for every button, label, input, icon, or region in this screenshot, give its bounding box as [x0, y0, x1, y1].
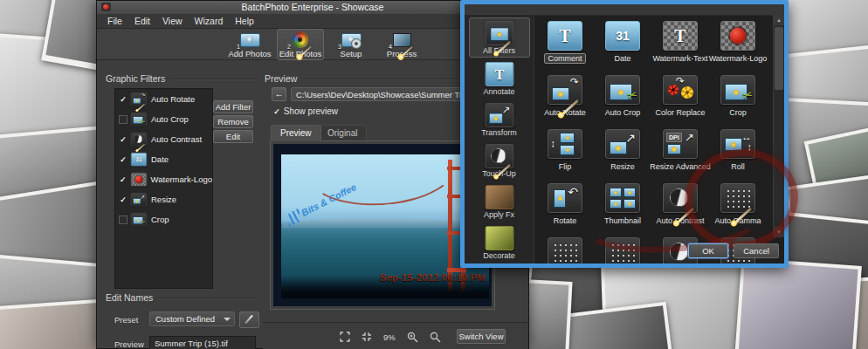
filter-row-auto-rotate[interactable]: ✓↷Auto Rotate [115, 89, 212, 109]
show-preview-checkbox[interactable]: ✓ Show preview [272, 106, 338, 116]
menu-wizard[interactable]: Wizard [189, 16, 230, 26]
date-stamp-overlay: Sep-15-2012 06:10 PM [380, 272, 486, 283]
date-icon: 31 [131, 153, 147, 166]
filter-row-crop[interactable]: ✂Crop [115, 209, 212, 229]
filter-row-auto-contrast[interactable]: ✓Auto Contrast [115, 129, 212, 149]
toolbar-step-number: 4 [389, 44, 392, 50]
checkbox-empty[interactable] [119, 115, 127, 124]
left-arrow-icon: ← [275, 89, 284, 99]
switch-view-button[interactable]: Switch View [457, 329, 506, 344]
tab-original[interactable]: Original [318, 125, 367, 141]
edit-names-title: Edit Names [106, 292, 153, 303]
back-button[interactable]: ← [272, 87, 286, 101]
preview-title: Preview [265, 73, 297, 84]
category-touch-up[interactable]: Touch-Up [469, 140, 530, 181]
filter-row-date[interactable]: ✓31Date [115, 149, 212, 169]
grid-filter-label: Comment [544, 53, 585, 64]
preset-value: Custom Defined [155, 314, 215, 324]
grid-filter-watermark-logo[interactable]: Watermark-Logo [709, 18, 767, 72]
auto-contrast-mini [131, 133, 148, 147]
menu-view[interactable]: View [156, 16, 189, 26]
toolbar-process[interactable]: 4Process [378, 29, 425, 60]
auto-rotate-icon: ↷ [131, 92, 147, 106]
grid-filter-label: Watermark-Logo [706, 53, 771, 64]
menu-help[interactable]: Help [229, 16, 260, 26]
toolbar-edit-photos[interactable]: 2Edit Photos [277, 29, 324, 60]
category-label: Annotate [483, 87, 514, 96]
menu-file[interactable]: File [101, 16, 128, 26]
flip-icon: ↕ [548, 129, 582, 159]
dialog-category-list: All FiltersTAnnotate↗TransformTouch-UpAp… [465, 15, 534, 263]
resize-icon: ↗ [605, 129, 640, 159]
toolbar-label: Setup [341, 49, 362, 58]
checkmark-icon[interactable]: ✓ [119, 95, 127, 104]
grid-filter-auto-rotate[interactable]: ↷Auto Rotate [536, 72, 594, 127]
grid-filter-comment[interactable]: TComment [536, 18, 594, 72]
zoom-in-icon[interactable] [407, 332, 418, 343]
grid-filter-color-replace[interactable]: ↷Color Replace [651, 72, 709, 127]
filter-row-auto-crop[interactable]: ✂Auto Crop [115, 109, 212, 129]
grid-filter-watermark-text[interactable]: TWatermark-Text [651, 18, 709, 72]
zoom-out-icon[interactable] [430, 332, 441, 343]
ok-button[interactable]: OK [688, 243, 728, 258]
watermark-logo-icon [720, 21, 755, 51]
grid-filter-date[interactable]: 31Date [594, 18, 651, 72]
pencil-icon [245, 315, 253, 324]
switch-view-label: Switch View [458, 332, 503, 341]
checkmark-icon[interactable]: ✓ [119, 155, 127, 164]
filter-row-resize[interactable]: ✓↗Resize [115, 189, 212, 209]
add-filter-button[interactable]: Add Filter [213, 100, 253, 113]
auto-crop-icon: ✂ [605, 75, 640, 105]
tab-preview[interactable]: Preview [271, 125, 321, 141]
category-label: Transform [481, 128, 517, 137]
grid-filter-auto-crop[interactable]: ✂Auto Crop [594, 72, 651, 127]
resize-mini: ↗ [131, 193, 148, 207]
checkmark-icon[interactable]: ✓ [119, 135, 127, 144]
toolbar-setup[interactable]: 3Setup [327, 29, 375, 60]
checkbox-empty[interactable] [119, 216, 127, 224]
add-photos-icon: 1 [238, 31, 261, 49]
grid-filter-resize[interactable]: ↗Resize [594, 127, 651, 181]
grid-filter-label: Color Replace [651, 107, 708, 118]
remove-button[interactable]: Remove [213, 115, 253, 128]
filter-label: Date [151, 154, 169, 164]
show-preview-label: Show preview [284, 106, 338, 116]
filter-list[interactable]: ✓↷Auto Rotate✂Auto Crop✓Auto Contrast✓31… [114, 88, 213, 289]
category-apply-fx[interactable]: Apply Fx [469, 181, 530, 222]
grid-filter-fx-partial[interactable] [536, 235, 594, 263]
rename-preview-field[interactable]: Summer Trip (15).tif [149, 336, 256, 349]
menu-edit[interactable]: Edit [128, 16, 156, 26]
grid-filter-label: Rotate [550, 216, 581, 226]
rotate-icon: ↶ [548, 183, 582, 213]
cancel-button[interactable]: Cancel [734, 243, 779, 258]
fit-actual-icon[interactable] [362, 332, 372, 342]
toolbar-label: Add Photos [228, 49, 271, 58]
category-decorate[interactable]: Decorate [469, 222, 530, 263]
watermark-text-icon: T [663, 21, 698, 51]
checkmark-icon[interactable]: ✓ [119, 175, 127, 184]
edit-preset-button[interactable] [239, 311, 259, 328]
watermark-logo-icon [131, 173, 147, 186]
edit-button[interactable]: Edit [213, 130, 253, 143]
grid-filter-flip[interactable]: ↕Flip [536, 127, 594, 181]
category-annotate[interactable]: TAnnotate [469, 58, 530, 99]
category-transform[interactable]: ↗Transform [469, 99, 530, 140]
preset-label: Preset [114, 315, 138, 325]
scrollbar-thumb[interactable] [775, 27, 783, 90]
toolbar-add-photos[interactable]: 1Add Photos [226, 29, 273, 60]
fit-window-icon[interactable] [340, 332, 350, 342]
auto-crop-icon: ✂ [131, 113, 147, 126]
grid-filter-crop[interactable]: ✂Crop [709, 72, 767, 127]
auto-rotate-mini: ↷ [131, 92, 148, 106]
comment-icon: T [548, 21, 582, 51]
scroll-up-icon[interactable]: ▲ [774, 15, 784, 25]
filter-row-watermark-logo[interactable]: ✓Watermark-Logo [115, 169, 212, 189]
fx-partial-icon [548, 237, 582, 263]
preset-dropdown[interactable]: Custom Defined [149, 311, 235, 326]
ok-label: OK [702, 246, 714, 256]
toolbar-step-number: 2 [287, 44, 291, 50]
category-all-filters[interactable]: All Filters [469, 17, 530, 58]
zoom-level: 9% [383, 332, 396, 342]
process-icon: 4 [390, 31, 413, 49]
checkmark-icon[interactable]: ✓ [119, 195, 127, 204]
